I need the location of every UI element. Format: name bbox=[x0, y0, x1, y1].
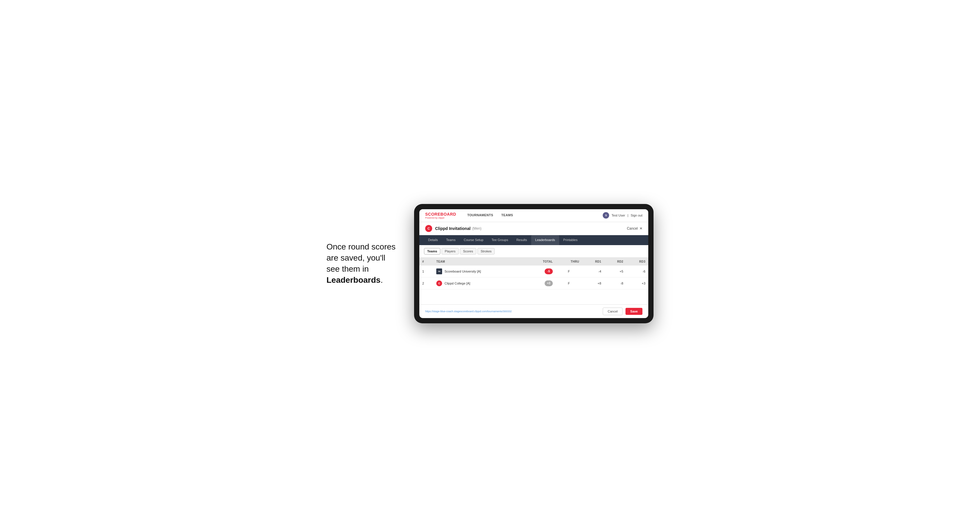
row1-team-logo: SB bbox=[436, 268, 442, 274]
leaderboard-table: # TEAM TOTAL THRU RD1 RD2 RD3 1 bbox=[419, 258, 648, 289]
tournament-header: C Clippd Invitational (Men) Cancel ✕ bbox=[419, 222, 648, 235]
tablet-screen: SCOREBOARD Powered by clippd TOURNAMENTS… bbox=[419, 209, 648, 318]
col-team: TEAM bbox=[433, 258, 527, 265]
tab-results[interactable]: Results bbox=[512, 235, 531, 245]
tab-leaderboards[interactable]: Leaderboards bbox=[531, 235, 559, 245]
col-thru: THRU bbox=[556, 258, 582, 265]
footer: https://stage-blue-coach.stagescoreboard… bbox=[419, 304, 648, 318]
row1-rank: 1 bbox=[419, 265, 433, 278]
tournament-name: Clippd Invitational bbox=[435, 226, 471, 231]
tournament-logo: C bbox=[425, 225, 432, 232]
separator: | bbox=[628, 214, 628, 217]
row2-rd3: +3 bbox=[626, 277, 648, 289]
col-total: TOTAL bbox=[527, 258, 556, 265]
top-nav: SCOREBOARD Powered by clippd TOURNAMENTS… bbox=[419, 209, 648, 222]
table-header-row: # TEAM TOTAL THRU RD1 RD2 RD3 bbox=[419, 258, 648, 265]
save-button[interactable]: Save bbox=[625, 308, 643, 315]
col-rd3: RD3 bbox=[626, 258, 648, 265]
row2-rd2: -8 bbox=[604, 277, 626, 289]
brand-title: SCOREBOARD bbox=[425, 212, 456, 216]
table-row: 2 C Clippd College [A] +3 F bbox=[419, 277, 648, 289]
sub-tab-teams[interactable]: Teams bbox=[424, 248, 441, 254]
row1-thru: F bbox=[556, 265, 582, 278]
user-avatar: S bbox=[603, 212, 609, 219]
leaderboard-content: # TEAM TOTAL THRU RD1 RD2 RD3 1 bbox=[419, 258, 648, 304]
row1-team: SB Scoreboard University [A] bbox=[433, 265, 527, 278]
tablet-device: SCOREBOARD Powered by clippd TOURNAMENTS… bbox=[414, 204, 654, 323]
row2-rd1: +8 bbox=[582, 277, 604, 289]
col-rd2: RD2 bbox=[604, 258, 626, 265]
annotation-end: . bbox=[380, 275, 383, 284]
nav-tournaments[interactable]: TOURNAMENTS bbox=[463, 209, 497, 222]
brand-subtitle: Powered by clippd bbox=[425, 216, 456, 219]
row2-team-name: Clippd College [A] bbox=[444, 282, 470, 285]
user-name: Test User bbox=[611, 214, 625, 217]
row1-rd1: -4 bbox=[582, 265, 604, 278]
tab-tee-groups[interactable]: Tee Groups bbox=[487, 235, 512, 245]
sign-out-link[interactable]: Sign out bbox=[631, 214, 643, 217]
sub-tabs: Teams Players Scores Strokes bbox=[419, 245, 648, 258]
brand-part2: BOARD bbox=[441, 212, 456, 216]
row1-total-badge: -5 bbox=[545, 268, 553, 274]
row2-total-badge: +3 bbox=[545, 281, 553, 286]
col-rank: # bbox=[419, 258, 433, 265]
tab-teams[interactable]: Teams bbox=[442, 235, 460, 245]
annotation-text: Once round scores are saved, you'll see … bbox=[326, 241, 396, 286]
tab-details[interactable]: Details bbox=[424, 235, 442, 245]
row2-rank: 2 bbox=[419, 277, 433, 289]
nav-items: TOURNAMENTS TEAMS bbox=[463, 209, 603, 222]
cancel-button[interactable]: Cancel bbox=[603, 308, 622, 315]
row2-thru: F bbox=[556, 277, 582, 289]
tournament-gender: (Men) bbox=[472, 227, 481, 230]
brand-logo: SCOREBOARD Powered by clippd bbox=[425, 212, 456, 219]
col-rd1: RD1 bbox=[582, 258, 604, 265]
tournament-cancel[interactable]: Cancel ✕ bbox=[627, 227, 643, 230]
sub-tab-players[interactable]: Players bbox=[442, 248, 459, 254]
brand-part1: SCORE bbox=[425, 212, 441, 216]
tab-course-setup[interactable]: Course Setup bbox=[460, 235, 487, 245]
annotation-bold: Leaderboards bbox=[326, 275, 380, 284]
tab-printables[interactable]: Printables bbox=[559, 235, 582, 245]
main-tabs: Details Teams Course Setup Tee Groups Re… bbox=[419, 235, 648, 245]
nav-teams[interactable]: TEAMS bbox=[497, 209, 517, 222]
row2-total: +3 bbox=[527, 277, 556, 289]
sub-tab-scores[interactable]: Scores bbox=[460, 248, 476, 254]
row2-team: C Clippd College [A] bbox=[433, 277, 527, 289]
footer-url: https://stage-blue-coach.stagescoreboard… bbox=[425, 310, 512, 313]
row1-total: -5 bbox=[527, 265, 556, 278]
row1-team-name: Scoreboard University [A] bbox=[444, 270, 481, 273]
annotation-plain: Once round scores are saved, you'll see … bbox=[326, 242, 396, 273]
sub-tab-strokes[interactable]: Strokes bbox=[477, 248, 495, 254]
row1-rd3: -6 bbox=[626, 265, 648, 278]
user-area: S Test User | Sign out bbox=[603, 212, 643, 219]
row1-rd2: +5 bbox=[604, 265, 626, 278]
row2-team-logo: C bbox=[436, 281, 442, 286]
table-row: 1 SB Scoreboard University [A] -5 F bbox=[419, 265, 648, 278]
